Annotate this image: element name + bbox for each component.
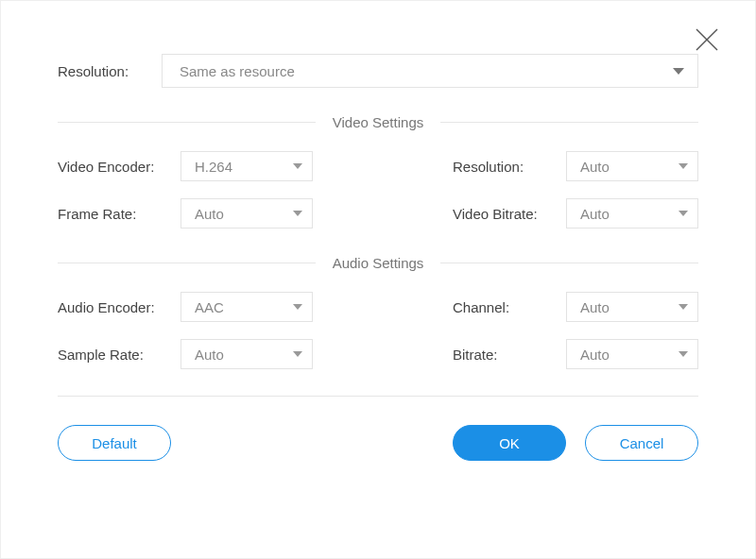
audio-encoder-label: Audio Encoder: [58,299,180,315]
audio-encoder-value: AAC [195,299,293,315]
settings-dialog: Resolution: Same as resource Video Setti… [0,0,756,559]
audio-encoder-select[interactable]: AAC [180,292,313,322]
sample-rate-value: Auto [195,347,293,363]
divider-line [440,263,698,263]
chevron-down-icon [679,351,688,357]
top-resolution-select[interactable]: Same as resource [162,54,698,88]
video-resolution-label: Resolution: [453,159,566,175]
cancel-button[interactable]: Cancel [585,425,698,461]
top-resolution-row: Resolution: Same as resource [58,54,698,88]
top-resolution-value: Same as resource [180,63,295,79]
audio-bitrate-select[interactable]: Auto [566,339,698,369]
chevron-down-icon [293,351,302,357]
video-encoder-label: Video Encoder: [58,159,180,175]
sample-rate-select[interactable]: Auto [180,339,313,369]
divider-line [440,122,698,123]
audio-settings-grid: Audio Encoder: AAC Channel: Auto Sample … [58,292,698,369]
default-button[interactable]: Default [58,425,171,461]
audio-bitrate-label: Bitrate: [453,347,566,363]
video-section-header: Video Settings [58,114,698,130]
chevron-down-icon [679,304,688,310]
sample-rate-label: Sample Rate: [58,347,180,363]
frame-rate-value: Auto [195,206,293,222]
chevron-down-icon [679,211,688,216]
divider-line [58,122,316,123]
chevron-down-icon [679,163,688,169]
video-settings-grid: Video Encoder: H.264 Resolution: Auto Fr… [58,151,698,229]
chevron-down-icon [293,211,302,216]
video-resolution-select[interactable]: Auto [566,151,698,181]
video-resolution-value: Auto [580,159,679,175]
channel-select[interactable]: Auto [566,292,698,322]
channel-label: Channel: [453,299,566,315]
audio-bitrate-value: Auto [580,347,679,363]
chevron-down-icon [293,163,302,169]
dialog-footer: Default OK Cancel [58,425,698,461]
footer-divider [58,396,698,397]
divider-line [58,263,316,263]
frame-rate-label: Frame Rate: [58,206,180,222]
audio-section-title: Audio Settings [325,255,432,271]
audio-section-header: Audio Settings [58,255,698,271]
video-section-title: Video Settings [325,114,431,130]
video-encoder-value: H.264 [195,159,293,175]
video-bitrate-select[interactable]: Auto [566,198,698,229]
close-button[interactable] [693,25,721,54]
video-bitrate-value: Auto [580,206,679,222]
close-icon [693,25,721,54]
channel-value: Auto [580,299,679,315]
top-resolution-label: Resolution: [58,63,145,79]
frame-rate-select[interactable]: Auto [180,198,313,229]
video-bitrate-label: Video Bitrate: [453,206,566,222]
video-encoder-select[interactable]: H.264 [180,151,313,181]
chevron-down-icon [673,68,684,75]
ok-button[interactable]: OK [453,425,566,461]
chevron-down-icon [293,304,302,310]
